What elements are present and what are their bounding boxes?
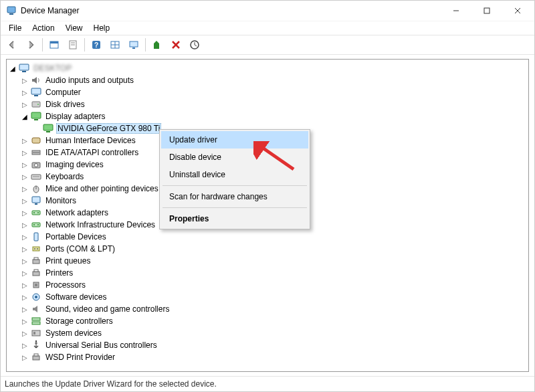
- toolbar-back-button[interactable]: [3, 36, 21, 54]
- tree-item-system[interactable]: ▷System devices: [19, 327, 528, 339]
- context-menu-item-disable-device[interactable]: Disable device: [161, 149, 308, 166]
- tree-item-printers[interactable]: ▷Printers: [19, 267, 528, 279]
- toolbar-monitor-button[interactable]: [125, 36, 142, 54]
- tree-item-label: Disk drives: [44, 100, 86, 109]
- display-icon: [31, 111, 41, 122]
- chevron-right-icon[interactable]: ▷: [20, 232, 29, 241]
- window-title: Device Manager: [21, 6, 79, 15]
- menubar: File Action View Help: [1, 21, 534, 35]
- tree-item-label: Processors: [44, 280, 87, 290]
- context-menu-item-update-driver[interactable]: Update driver: [161, 131, 308, 149]
- chevron-right-icon[interactable]: ▷: [20, 316, 29, 326]
- sound-icon: [31, 304, 41, 314]
- chevron-right-icon[interactable]: ▷: [20, 88, 29, 97]
- mouse-icon: [31, 183, 41, 194]
- chevron-right-icon[interactable]: ▷: [20, 353, 29, 362]
- net-icon: [31, 219, 41, 230]
- keyboard-icon: [31, 171, 41, 182]
- tree-item-processors[interactable]: ▷Processors: [19, 279, 528, 291]
- chevron-right-icon[interactable]: ▷: [20, 256, 29, 266]
- chevron-right-icon[interactable]: ▷: [20, 220, 29, 229]
- tree-item-printq[interactable]: ▷Print queues: [19, 255, 528, 267]
- chevron-right-icon[interactable]: ▷: [20, 172, 29, 181]
- toolbar-update-driver-button[interactable]: [148, 36, 166, 54]
- context-menu-item-uninstall-device[interactable]: Uninstall device: [161, 166, 308, 183]
- close-button[interactable]: [502, 1, 533, 21]
- toolbar-help-button[interactable]: [88, 36, 105, 54]
- tree-root-row[interactable]: ◢DESKTOP: [7, 62, 528, 74]
- tree-item-label: Network Infrastructure Devices: [44, 220, 156, 229]
- menu-file[interactable]: File: [3, 22, 27, 34]
- chevron-right-icon[interactable]: ▷: [20, 280, 29, 290]
- context-menu-separator: [163, 185, 307, 186]
- cpu-icon: [31, 280, 41, 290]
- context-menu-separator: [163, 207, 307, 208]
- tree-item-display[interactable]: ◢Display adapters: [19, 110, 528, 122]
- chevron-right-icon[interactable]: ▷: [20, 160, 29, 169]
- context-menu: Update driverDisable deviceUninstall dev…: [159, 129, 310, 229]
- tree-item-label: Audio inputs and outputs: [44, 76, 135, 85]
- tree-item-label: Network adapters: [44, 208, 110, 217]
- device-manager-window: Device Manager File Action View Help: [0, 0, 535, 392]
- minimize-button[interactable]: [441, 1, 471, 21]
- tree-item-sound[interactable]: ▷Sound, video and game controllers: [19, 303, 528, 315]
- chevron-down-icon[interactable]: ◢: [20, 112, 29, 121]
- menu-view[interactable]: View: [60, 22, 88, 34]
- camera-icon: [31, 159, 41, 170]
- printer-icon: [31, 268, 41, 278]
- toolbar-properties-button[interactable]: [64, 36, 82, 54]
- tree-item-label: Display adapters: [44, 112, 106, 121]
- chevron-right-icon[interactable]: ▷: [20, 76, 29, 85]
- net-icon: [31, 207, 41, 218]
- printer-icon: [31, 256, 41, 266]
- tree-item-label: Human Interface Devices: [44, 136, 137, 145]
- chevron-right-icon[interactable]: ▷: [20, 292, 29, 302]
- tree-item-portable[interactable]: ▷Portable Devices: [19, 231, 528, 243]
- tree-item-label: Storage controllers: [44, 316, 114, 326]
- chevron-right-icon[interactable]: ▷: [20, 328, 29, 338]
- tree-item-usb[interactable]: ▷Universal Serial Bus controllers: [19, 339, 528, 351]
- chevron-right-icon[interactable]: ▷: [20, 208, 29, 217]
- titlebar: Device Manager: [1, 1, 534, 21]
- tree-item-label: Print queues: [44, 256, 92, 266]
- disk-icon: [31, 99, 41, 110]
- context-menu-item-properties[interactable]: Properties: [161, 210, 308, 227]
- tree-item-storage[interactable]: ▷Storage controllers: [19, 315, 528, 327]
- menu-action[interactable]: Action: [27, 22, 60, 34]
- tree-item-wsd[interactable]: ▷WSD Print Provider: [19, 351, 528, 363]
- chevron-right-icon[interactable]: ▷: [20, 304, 29, 314]
- tree-item-computer[interactable]: ▷Computer: [19, 86, 528, 98]
- computer-icon: [31, 87, 41, 98]
- printer-icon: [31, 352, 41, 363]
- tree-item-label: System devices: [44, 328, 103, 338]
- chevron-right-icon[interactable]: ▷: [20, 148, 29, 157]
- display-icon: [43, 123, 54, 134]
- chevron-right-icon[interactable]: ▷: [20, 196, 29, 205]
- tree-item-label: NVIDIA GeForce GTX 980 Ti: [56, 123, 161, 134]
- chevron-right-icon[interactable]: ▷: [20, 268, 29, 278]
- computer-icon: [19, 63, 29, 74]
- toolbar-uninstall-button[interactable]: [167, 36, 185, 54]
- chevron-right-icon[interactable]: ▷: [20, 184, 29, 193]
- toolbar-scan-button[interactable]: [186, 36, 203, 54]
- chevron-right-icon[interactable]: ▷: [20, 100, 29, 109]
- chevron-right-icon[interactable]: ▷: [20, 340, 29, 350]
- maximize-button[interactable]: [471, 1, 502, 21]
- tree-item-label: Sound, video and game controllers: [44, 304, 171, 314]
- system-icon: [31, 328, 41, 338]
- port-icon: [31, 243, 41, 254]
- tree-item-label: Imaging devices: [44, 160, 105, 169]
- tree-item-audio[interactable]: ▷Audio inputs and outputs: [19, 74, 528, 86]
- toolbar-panel-button[interactable]: [45, 36, 63, 54]
- tree-item-software[interactable]: ▷Software devices: [19, 291, 528, 303]
- menu-help[interactable]: Help: [88, 22, 116, 34]
- tree-item-ports[interactable]: ▷Ports (COM & LPT): [19, 243, 528, 255]
- chevron-right-icon[interactable]: ▷: [20, 136, 29, 145]
- tree-item-disk[interactable]: ▷Disk drives: [19, 98, 528, 110]
- context-menu-item-scan-for-hardware-changes[interactable]: Scan for hardware changes: [161, 188, 308, 205]
- chevron-down-icon[interactable]: ◢: [8, 64, 17, 73]
- toolbar-grid-button[interactable]: [106, 36, 124, 54]
- chevron-right-icon[interactable]: ▷: [20, 244, 29, 254]
- toolbar-forward-button[interactable]: [22, 36, 39, 54]
- tree-item-label: Keyboards: [44, 172, 85, 181]
